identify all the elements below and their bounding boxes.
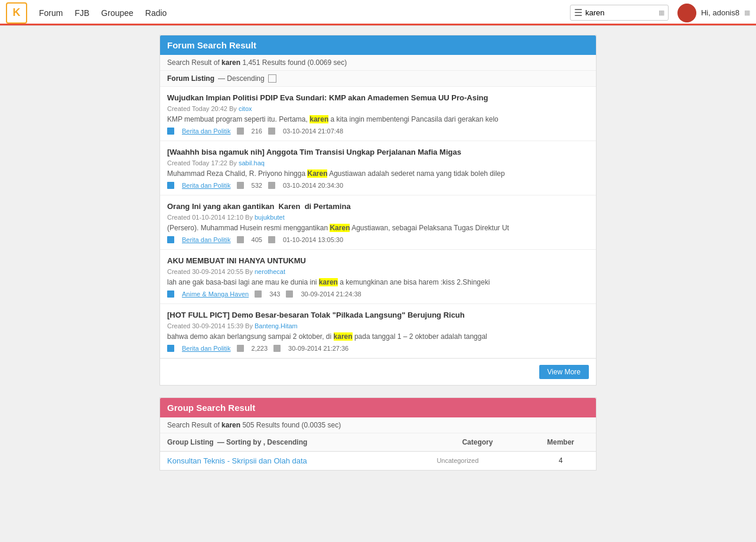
post-stats: Berita dan Politik 532 03-10-2014 20:34:… bbox=[167, 182, 589, 189]
search-bar: ☰ ▦ bbox=[570, 5, 669, 21]
group-table: Group Listing — Sorting by , Descending … bbox=[160, 433, 596, 470]
group-section-title: Group Search Result bbox=[167, 403, 255, 413]
nav-groupee[interactable]: Groupee bbox=[101, 8, 133, 18]
post-author[interactable]: bujukbutet bbox=[255, 214, 285, 221]
post-item: Orang Ini yang akan gantikan Karen di Pe… bbox=[160, 195, 596, 250]
post-category[interactable]: Anime & Manga Haven bbox=[182, 290, 249, 298]
avatar bbox=[677, 4, 696, 22]
group-category-cell: Uncategorized bbox=[429, 451, 525, 470]
post-stats: Berita dan Politik 2,223 30-09-2014 21:2… bbox=[167, 345, 589, 352]
post-author[interactable]: Banteng.Hitam bbox=[255, 322, 298, 329]
username: Hi, adonis8 bbox=[701, 8, 739, 17]
user-area: Hi, adonis8 ▦ bbox=[677, 4, 750, 22]
post-date: 01-10-2014 13:05:30 bbox=[283, 236, 343, 243]
post-stats: Berita dan Politik 405 01-10-2014 13:05:… bbox=[167, 236, 589, 243]
search-highlight: karen bbox=[309, 115, 328, 123]
post-title: [Waahhh bisa ngamuk nih] Anggota Tim Tra… bbox=[167, 147, 589, 158]
post-title: Wujudkan Impian Politisi PDIP Eva Sundar… bbox=[167, 93, 589, 103]
views-icon bbox=[237, 182, 244, 189]
post-meta: Created Today 20:42 By citox bbox=[167, 105, 589, 112]
post-views: 532 bbox=[252, 182, 262, 189]
result-keyword: karen bbox=[221, 58, 240, 67]
forum-section-header: Forum Search Result bbox=[160, 35, 596, 55]
post-category[interactable]: Berita dan Politik bbox=[182, 345, 231, 352]
date-icon bbox=[268, 128, 275, 135]
date-icon bbox=[286, 290, 293, 298]
logo-letter: K bbox=[13, 6, 21, 19]
views-icon bbox=[255, 290, 262, 298]
post-stats: Anime & Manga Haven 343 30-09-2014 21:24… bbox=[167, 290, 589, 298]
group-table-header: Group Listing — Sorting by , Descending … bbox=[160, 433, 596, 452]
navbar: K Forum FJB Groupee Radio ☰ ▦ Hi, adonis… bbox=[0, 0, 756, 26]
listing-sort: — Descending bbox=[218, 74, 265, 83]
post-title: AKU MEMBUAT INI HANYA UNTUKMU bbox=[167, 256, 589, 266]
search-highlight: Karen bbox=[330, 224, 350, 232]
hamburger-icon[interactable]: ☰ bbox=[574, 7, 582, 18]
views-icon bbox=[237, 236, 244, 243]
category-icon bbox=[167, 236, 174, 243]
post-meta: Created 01-10-2014 12:10 By bujukbutet bbox=[167, 214, 589, 221]
post-date: 03-10-2014 21:07:48 bbox=[283, 128, 343, 135]
listing-label: Forum Listing bbox=[167, 74, 214, 83]
nav-links: Forum FJB Groupee Radio bbox=[39, 8, 167, 18]
col-member: Member bbox=[525, 433, 596, 452]
post-stats: Berita dan Politik 216 03-10-2014 21:07:… bbox=[167, 128, 589, 135]
post-category[interactable]: Berita dan Politik bbox=[182, 128, 231, 135]
date-icon bbox=[273, 345, 281, 352]
post-title: [HOT FULL PICT] Demo Besar-besaran Tolak… bbox=[167, 310, 589, 321]
group-section-header: Group Search Result bbox=[160, 398, 596, 417]
post-date: 30-09-2014 21:27:36 bbox=[288, 345, 348, 352]
nav-forum[interactable]: Forum bbox=[39, 8, 63, 18]
post-excerpt: Muhammad Reza Chalid, R. Priyono hingga … bbox=[167, 169, 589, 179]
group-result-keyword: karen bbox=[221, 421, 240, 429]
post-author[interactable]: citox bbox=[239, 105, 252, 112]
post-views: 343 bbox=[269, 290, 280, 298]
forum-search-section: Forum Search Result Search Result of kar… bbox=[159, 35, 597, 386]
nav-fjb[interactable]: FJB bbox=[74, 8, 89, 18]
category-icon bbox=[167, 182, 174, 189]
group-title-link[interactable]: Konsultan Teknis - Skripsii dan Olah dat… bbox=[167, 456, 307, 465]
date-icon bbox=[268, 182, 275, 189]
post-author[interactable]: sabil.haq bbox=[239, 159, 265, 166]
table-row: Konsultan Teknis - Skripsii dan Olah dat… bbox=[160, 451, 596, 470]
group-listing-sort: — Sorting by , Descending bbox=[217, 438, 308, 446]
views-icon bbox=[237, 345, 244, 352]
forum-result-info: Search Result of karen 1,451 Results fou… bbox=[160, 55, 596, 71]
group-member-cell: 4 bbox=[525, 451, 596, 470]
view-more-button[interactable]: View More bbox=[539, 365, 589, 379]
qr-icon: ▦ bbox=[659, 9, 664, 17]
post-views: 216 bbox=[252, 128, 262, 135]
post-excerpt: lah ane gak basa-basi lagi ane mau ke du… bbox=[167, 277, 589, 288]
post-excerpt: (Persero). Muhammad Husein resmi menggan… bbox=[167, 223, 589, 233]
post-item: AKU MEMBUAT INI HANYA UNTUKMU Created 30… bbox=[160, 250, 596, 304]
site-logo[interactable]: K bbox=[6, 2, 27, 24]
search-input[interactable] bbox=[585, 8, 656, 17]
post-author[interactable]: nerothecat bbox=[255, 268, 285, 275]
post-date: 03-10-2014 20:34:30 bbox=[283, 182, 343, 189]
post-views: 2,223 bbox=[252, 345, 268, 352]
group-result-label: Search Result of bbox=[167, 421, 220, 429]
view-more-bar: View More bbox=[160, 358, 596, 385]
col-category: Category bbox=[429, 433, 525, 452]
group-title-cell: Konsultan Teknis - Skripsii dan Olah dat… bbox=[160, 451, 429, 470]
search-highlight: Karen bbox=[279, 202, 301, 211]
search-highlight: karen bbox=[319, 278, 338, 286]
nav-radio[interactable]: Radio bbox=[145, 8, 167, 18]
post-category[interactable]: Berita dan Politik bbox=[182, 236, 231, 243]
result-count: 1,451 Results found (0.0069 sec) bbox=[242, 58, 347, 67]
result-label: Search Result of bbox=[167, 58, 220, 67]
user-qr-icon: ▦ bbox=[744, 9, 750, 17]
group-listing-label: Group Listing bbox=[167, 438, 214, 446]
group-result-info: Search Result of karen 505 Results found… bbox=[160, 417, 596, 433]
post-excerpt: bahwa demo akan berlangsung sampai 2 okt… bbox=[167, 332, 589, 342]
listing-checkbox[interactable] bbox=[268, 74, 276, 83]
forum-section-title: Forum Search Result bbox=[167, 40, 256, 50]
group-search-section: Group Search Result Search Result of kar… bbox=[159, 397, 597, 471]
post-meta: Created Today 17:22 By sabil.haq bbox=[167, 159, 589, 166]
post-item: Wujudkan Impian Politisi PDIP Eva Sundar… bbox=[160, 87, 596, 141]
post-item: [HOT FULL PICT] Demo Besar-besaran Tolak… bbox=[160, 304, 596, 358]
post-date: 30-09-2014 21:24:38 bbox=[301, 290, 361, 298]
category-icon bbox=[167, 290, 174, 298]
group-result-count: 505 Results found (0.0035 sec) bbox=[242, 421, 341, 429]
post-category[interactable]: Berita dan Politik bbox=[182, 182, 231, 189]
